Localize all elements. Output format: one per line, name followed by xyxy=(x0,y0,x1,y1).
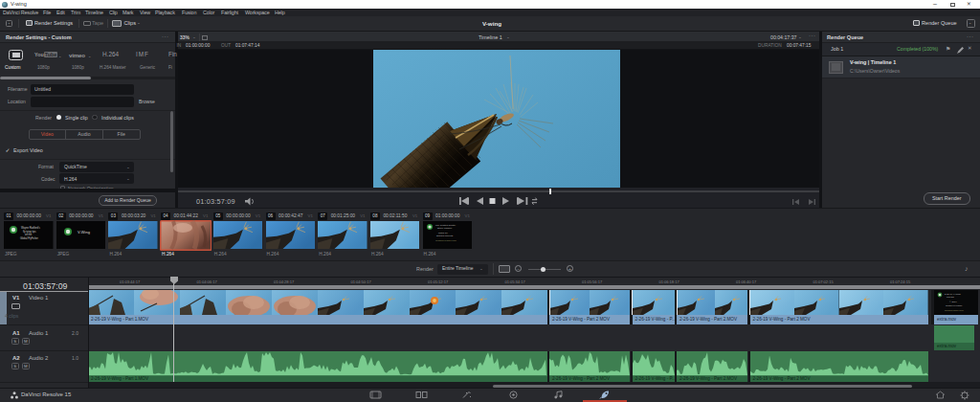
svg-text:GlobalFlyFisher.com: GlobalFlyFisher.com xyxy=(435,239,457,242)
svg-text:on the: on the xyxy=(25,233,33,236)
svg-text:globalflyfisher.com: globalflyfisher.com xyxy=(945,309,964,312)
svg-text:Starting projects: Starting projects xyxy=(436,234,454,237)
svg-text:Global FlyFisher: Global FlyFisher xyxy=(946,304,963,307)
svg-text:Stone Carbine: Stone Carbine xyxy=(437,227,453,230)
svg-text:© 2019: © 2019 xyxy=(949,301,957,303)
svg-text:V-Wing: V-Wing xyxy=(78,230,90,234)
svg-text:Wayne Radford's: Wayne Radford's xyxy=(21,226,40,230)
svg-text:Global FlyFisher: Global FlyFisher xyxy=(20,236,38,240)
svg-text:fly tying tips: fly tying tips xyxy=(23,230,36,234)
svg-text:Part 2b: Part 2b xyxy=(947,296,954,299)
